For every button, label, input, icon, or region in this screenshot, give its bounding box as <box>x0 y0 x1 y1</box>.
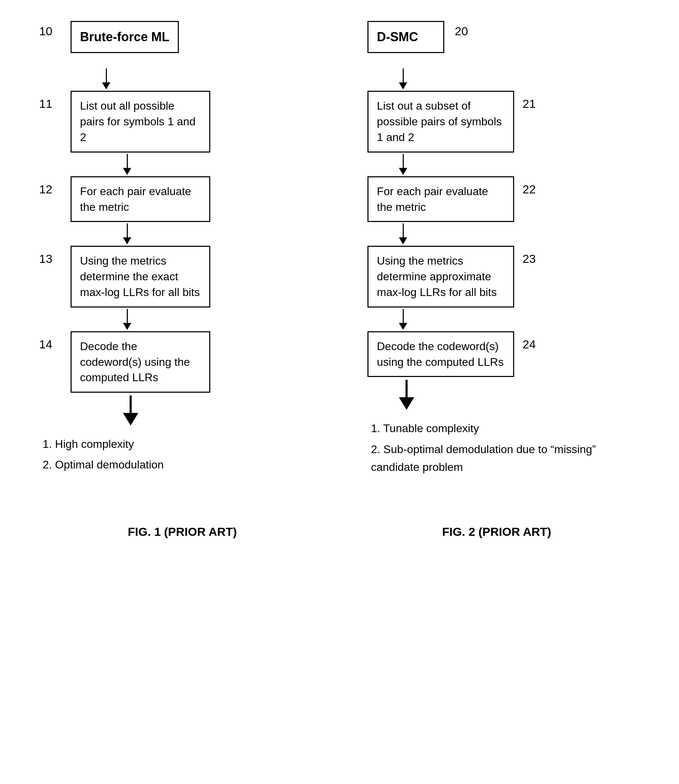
fig1-step-13-row: 13 Using the metrics determine the exact… <box>39 246 311 307</box>
fig2-step-24-row: Decode the codeword(s) using the compute… <box>368 331 640 377</box>
fig2-step-24-box: Decode the codeword(s) using the compute… <box>368 331 514 377</box>
fig2-label: 20 <box>455 25 476 38</box>
fig1-step-12-number: 12 <box>39 176 60 196</box>
fig2-title-box: D-SMC <box>368 21 444 53</box>
fig1-arrow-0 <box>102 69 110 89</box>
fig2-step-21-text: List out a subset of possible pairs of s… <box>377 100 502 144</box>
fig1-step-12-text: For each pair evaluate the metric <box>80 185 191 213</box>
fig1-step-13-box: Using the metrics determine the exact ma… <box>70 246 210 307</box>
fig2-diagram: D-SMC 20 List out a subset of possible p… <box>368 21 640 476</box>
main-container: 10 Brute-force ML 11 List out all possib… <box>25 21 654 476</box>
fig2-step-22-number: 22 <box>523 176 540 196</box>
fig1-arrow-2 <box>123 223 131 244</box>
captions-row: FIG. 1 (PRIOR ART) FIG. 2 (PRIOR ART) <box>25 497 654 539</box>
fig1-title-box: Brute-force ML <box>70 21 179 53</box>
fig1-step-14-number: 14 <box>39 331 60 351</box>
fig2-results: 1. Tunable complexity 2. Sub-optimal dem… <box>368 420 640 476</box>
fig1-step-14-text: Decode the codeword(s) using the compute… <box>80 340 190 384</box>
fig2-step-24-number: 24 <box>523 331 540 351</box>
fig2-arrow-0 <box>399 69 407 89</box>
fig1-step-11-row: 11 List out all possible pairs for symbo… <box>39 91 311 152</box>
fig2-header: D-SMC 20 <box>368 21 640 53</box>
fig1-step-12-box: For each pair evaluate the metric <box>70 176 210 222</box>
fig2-step-23-text: Using the metrics determine approximate … <box>377 255 497 298</box>
fig2-flow: List out a subset of possible pairs of s… <box>368 67 640 476</box>
fig1-step-11-box: List out all possible pairs for symbols … <box>70 91 210 152</box>
fig1-flow: 11 List out all possible pairs for symbo… <box>39 67 311 476</box>
fig1-step-11-number: 11 <box>39 91 60 111</box>
fig1-header: 10 Brute-force ML <box>39 21 311 53</box>
fig1-title: Brute-force ML <box>80 30 169 44</box>
fig1-step-13-text: Using the metrics determine the exact ma… <box>80 255 200 298</box>
fig1-step-12-row: 12 For each pair evaluate the metric <box>39 176 311 222</box>
fig2-step-24-text: Decode the codeword(s) using the compute… <box>377 340 504 368</box>
fig2-result-2: 2. Sub-optimal demodulation due to “miss… <box>371 440 640 476</box>
fig2-big-arrow <box>399 380 414 410</box>
fig2-arrow-2 <box>399 223 407 244</box>
fig1-arrow-3 <box>123 309 131 330</box>
fig1-diagram: 10 Brute-force ML 11 List out all possib… <box>39 21 311 476</box>
fig1-arrow-1 <box>123 154 131 175</box>
fig2-caption: FIG. 2 (PRIOR ART) <box>360 525 633 539</box>
fig2-step-23-row: Using the metrics determine approximate … <box>368 246 640 307</box>
fig1-step-13-number: 13 <box>39 246 60 265</box>
fig2-step-21-number: 21 <box>523 91 540 111</box>
fig2-arrow-3 <box>399 309 407 330</box>
fig2-step-23-box: Using the metrics determine approximate … <box>368 246 514 307</box>
fig2-step-22-box: For each pair evaluate the metric <box>368 176 514 222</box>
fig2-result-1: 1. Tunable complexity <box>371 420 640 437</box>
fig2-title: D-SMC <box>377 30 418 44</box>
fig1-step-11-text: List out all possible pairs for symbols … <box>80 100 196 144</box>
fig1-result-2: 2. Optimal demodulation <box>42 456 164 474</box>
fig2-arrow-1 <box>399 154 407 175</box>
fig2-step-22-text: For each pair evaluate the metric <box>377 185 488 213</box>
fig2-step-21-row: List out a subset of possible pairs of s… <box>368 91 640 152</box>
fig2-step-23-number: 23 <box>523 246 540 265</box>
fig1-caption: FIG. 1 (PRIOR ART) <box>46 525 319 539</box>
fig1-step-14-box: Decode the codeword(s) using the compute… <box>70 331 210 393</box>
fig1-label: 10 <box>39 25 60 38</box>
fig1-result-1: 1. High complexity <box>42 435 164 453</box>
fig1-step-14-row: 14 Decode the codeword(s) using the comp… <box>39 331 311 393</box>
fig2-step-21-box: List out a subset of possible pairs of s… <box>368 91 514 152</box>
fig2-step-22-row: For each pair evaluate the metric 22 <box>368 176 640 222</box>
fig1-big-arrow <box>123 395 138 425</box>
fig1-results: 1. High complexity 2. Optimal demodulati… <box>39 435 164 474</box>
